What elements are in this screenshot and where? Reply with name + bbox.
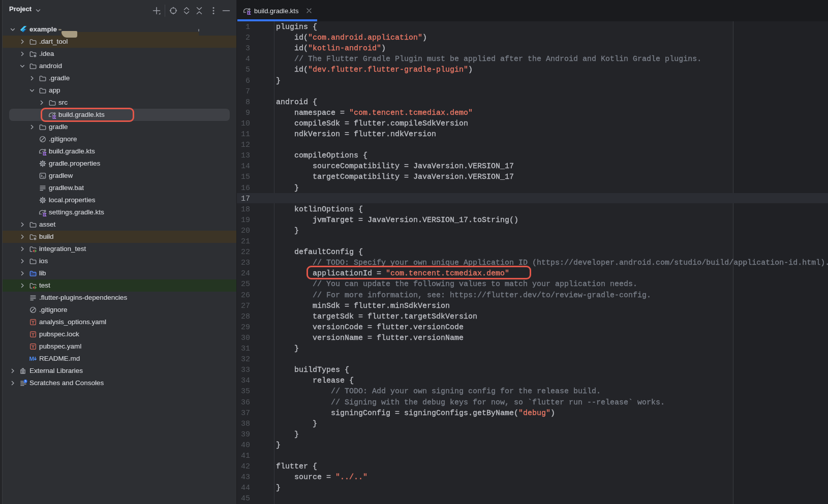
svg-text:M: M (29, 356, 35, 362)
